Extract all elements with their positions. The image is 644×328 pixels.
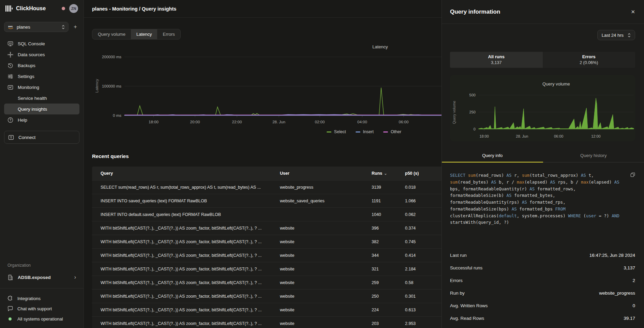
organization-icon (8, 275, 13, 280)
cell-query: WITH bitShiftLeft(CAST(?..), _CAST(?..))… (92, 239, 271, 244)
legend-item[interactable]: Insert (356, 129, 374, 134)
sidebar-item-monitoring[interactable]: Monitoring (4, 82, 79, 93)
tab-latency[interactable]: Latency (131, 29, 158, 39)
svg-text:04:00: 04:00 (357, 120, 367, 124)
cell-p50: 1.066 (396, 199, 434, 203)
sidebar-item-help[interactable]: Help (4, 114, 79, 125)
cell-p50: 0.58 (396, 280, 434, 285)
add-service-button[interactable]: + (71, 24, 79, 30)
sidebar-item-service-health[interactable]: Service health (4, 93, 79, 104)
stat-value: website_progress (599, 291, 635, 296)
svg-text:0 ms: 0 ms (113, 113, 121, 118)
stat-value: 16:47:25, Jun 28 2024 (589, 253, 635, 258)
toggle-errors[interactable]: Errors 2 (0.06%) (543, 52, 635, 68)
avatar[interactable]: ZN (69, 4, 78, 13)
stat-label: Run by (450, 291, 465, 296)
col-header-p50[interactable]: p50 (s) (396, 171, 434, 176)
svg-text:200000 ms: 200000 ms (102, 55, 121, 59)
organization-name: ADSB.exposed (18, 275, 51, 280)
close-icon[interactable]: ✕ (631, 9, 635, 14)
svg-text:20:00: 20:00 (190, 120, 200, 124)
cell-runs: 321 (363, 267, 396, 271)
chevron-updown-icon (62, 25, 65, 29)
time-range-select[interactable]: Last 24 hrs (597, 30, 635, 40)
cell-user: website_progress (271, 185, 363, 190)
cell-p50: 0.745 (396, 239, 434, 244)
connect-icon (8, 135, 14, 140)
legend-label: Other (391, 129, 401, 134)
col-header-runs[interactable]: Runs⌄ (363, 171, 396, 176)
stat-label: Avg. Written Rows (450, 303, 488, 308)
svg-text:Query volume: Query volume (452, 101, 456, 124)
organization-item[interactable]: ADSB.exposed › (4, 271, 79, 283)
stat-label: Last run (450, 253, 467, 258)
col-header-user[interactable]: User (271, 171, 363, 176)
legend-label: Select (334, 129, 346, 134)
svg-text:250: 250 (469, 110, 476, 114)
toggle-all-runs[interactable]: All runs 3,137 (450, 52, 543, 68)
data-sources-icon (8, 52, 13, 58)
stat-label: Errors (450, 278, 463, 283)
svg-text:02:00: 02:00 (315, 120, 325, 124)
sidebar-item-label: Service health (18, 96, 47, 101)
svg-text:18:00: 18:00 (480, 134, 489, 138)
logo-row: ClickHouse ZN (4, 3, 79, 14)
cell-user: website (271, 294, 363, 299)
chevron-updown-icon (628, 33, 631, 37)
sidebar-item-settings[interactable]: Settings (4, 71, 79, 82)
cell-p50: 0.374 (396, 226, 434, 231)
sidebar-item-label: SQL Console (18, 41, 45, 46)
copy-icon[interactable] (630, 172, 635, 177)
sidebar-item-query-insights[interactable]: Query insights (4, 104, 79, 114)
footer-item-label: Chat with support (17, 306, 52, 311)
time-range-value: Last 24 hrs (602, 33, 624, 38)
cell-query: WITH bitShiftLeft(CAST(?..), _CAST(?..))… (92, 308, 271, 312)
brand-name: ClickHouse (16, 5, 46, 12)
sidebar-item-sql-console[interactable]: SQL Console (4, 38, 79, 49)
notification-dot-icon[interactable] (62, 7, 65, 10)
svg-text:22:00: 22:00 (232, 120, 242, 124)
cell-query: WITH bitShiftLeft(CAST(?..), _CAST(?..))… (92, 253, 271, 258)
sidebar-item-chat-support[interactable]: Chat with support (4, 303, 79, 314)
svg-text:0: 0 (474, 127, 476, 131)
cell-user: website (271, 321, 363, 326)
legend-swatch-icon (356, 131, 360, 132)
errors-value: 2 (0.06%) (543, 60, 635, 65)
svg-text:28. Jun: 28. Jun (272, 120, 285, 124)
cell-runs: 3139 (363, 185, 396, 190)
cell-query: WITH bitShiftLeft(CAST(?..), _CAST(?..))… (92, 321, 271, 326)
cell-runs: 224 (363, 308, 396, 312)
chart-tabbar: Query volume Latency Errors (92, 29, 181, 40)
legend-item[interactable]: Other (383, 129, 401, 134)
tab-query-info[interactable]: Query info (442, 150, 543, 162)
legend-item[interactable]: Select (327, 129, 346, 134)
page-title: planes - Monitoring / Query insights (92, 6, 176, 12)
query-volume-chart[interactable]: Query volumeQuery volume025050018:0028. … (450, 75, 635, 141)
cell-runs: 1040 (363, 212, 396, 217)
system-status-item[interactable]: All systems operational (4, 314, 79, 324)
cell-p50: 0.414 (396, 253, 434, 258)
help-icon (8, 117, 13, 123)
connect-button[interactable]: Connect (4, 131, 79, 144)
tab-query-volume[interactable]: Query volume (92, 29, 131, 39)
tab-query-history[interactable]: Query history (543, 150, 644, 162)
cell-runs: 344 (363, 253, 396, 258)
sidebar-item-label: Data sources (18, 52, 45, 57)
settings-icon (8, 74, 13, 79)
sidebar: ClickHouse ZN aws planes + (0, 0, 84, 328)
sidebar-item-integrations[interactable]: Integrations (4, 293, 79, 303)
cell-runs: 1191 (363, 199, 396, 203)
col-header-query[interactable]: Query (92, 171, 271, 176)
tab-errors[interactable]: Errors (157, 29, 180, 39)
svg-text:Latency: Latency (95, 79, 99, 93)
sidebar-item-label: Help (18, 118, 27, 123)
sidebar-item-backups[interactable]: Backups (4, 60, 79, 71)
sidebar-item-data-sources[interactable]: Data sources (4, 49, 79, 60)
cell-query: WITH bitShiftLeft(CAST(?..), _CAST(?..))… (92, 267, 271, 271)
runs-errors-toggle: All runs 3,137 Errors 2 (0.06%) (450, 52, 635, 68)
stat-row: Run by website_progress (450, 287, 635, 299)
cell-user: website (271, 226, 363, 231)
service-selector[interactable]: aws planes (4, 22, 69, 32)
chevron-right-icon: › (74, 274, 76, 280)
cell-query: INSERT INTO default.saved_queries (text)… (92, 212, 271, 217)
